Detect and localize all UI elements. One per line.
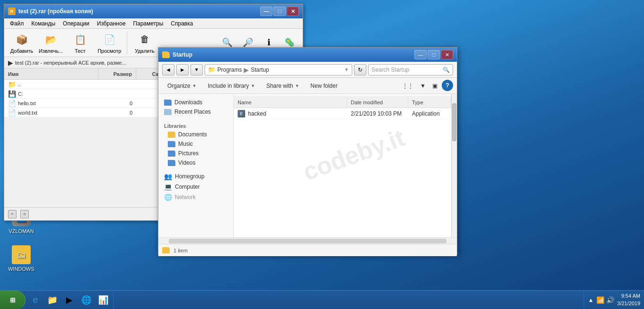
rar-tool-add[interactable]: 📦 Добавить (8, 30, 35, 56)
view-dropdown[interactable]: ▼ (418, 80, 428, 92)
explorer-sidebar: Downloads Recent Places Libraries Docume… (158, 94, 234, 237)
sidebar-item-downloads[interactable]: Downloads (158, 98, 233, 107)
rar-menu-favorites[interactable]: Избранное (93, 19, 130, 28)
include-in-library-button[interactable]: Include in library ▼ (203, 80, 260, 92)
downloads-folder-icon (164, 100, 172, 106)
rar-col-name-header[interactable]: Имя (4, 68, 99, 79)
recent-folder-icon (164, 109, 172, 115)
toolbar-separator (127, 32, 127, 54)
explorer-maximize-button[interactable]: □ (428, 50, 440, 59)
sidebar-item-recent-places[interactable]: Recent Places (158, 107, 233, 117)
rar-tool-test[interactable]: 📋 Тест (66, 30, 94, 56)
explorer-content: Downloads Recent Places Libraries Docume… (158, 94, 457, 237)
search-icon: 🔍 (443, 67, 450, 73)
share-with-button[interactable]: Share with ▼ (261, 80, 305, 92)
taskbar-tasks (114, 291, 584, 309)
help-button[interactable]: ? (442, 80, 453, 91)
refresh-button[interactable]: ↻ (354, 64, 366, 75)
rar-test-icon: 📋 (73, 32, 88, 47)
rar-title-text: test (2).rar (пробная копия) (18, 8, 260, 15)
file-item-hacked[interactable]: E hacked 2/21/2019 10:03 PM Application (234, 108, 451, 119)
rar-tool-view[interactable]: 📄 Просмотр (96, 30, 123, 56)
explorer-hscrollbar[interactable] (158, 237, 457, 244)
hscroll-thumb[interactable] (169, 239, 446, 243)
rar-delete-icon: 🗑 (137, 32, 152, 47)
col-type-header[interactable]: Type (408, 97, 451, 108)
path-dropdown[interactable]: ▼ (344, 67, 349, 72)
explorer-main: Name Date modified Type E hacked 2/21/20… (234, 94, 451, 237)
file-list: E hacked 2/21/2019 10:03 PM Application (234, 108, 451, 119)
taskbar-ie-icon[interactable]: e (27, 292, 43, 308)
explorer-close-button[interactable]: ✕ (441, 50, 453, 59)
rar-titlebar[interactable]: R test (2).rar (пробная копия) — □ ✕ (4, 4, 303, 18)
sidebar-item-music[interactable]: Music (158, 139, 233, 149)
taskbar-media-icon[interactable]: ▶ (61, 292, 77, 308)
rar-menu-params[interactable]: Параметры (129, 19, 167, 28)
rar-minimize-button[interactable]: — (260, 7, 272, 16)
rar-maximize-button[interactable]: □ (273, 7, 286, 16)
include-arrow-icon: ▼ (251, 84, 255, 88)
up-button[interactable]: ▼ (190, 64, 203, 75)
sidebar-item-homegroup[interactable]: 👥 Homegroup (158, 171, 233, 182)
taskbar-chrome-icon[interactable]: 🌐 (78, 292, 94, 308)
rar-close-button[interactable]: ✕ (287, 7, 299, 16)
explorer-titlebar[interactable]: Startup — □ ✕ (158, 48, 457, 62)
rar-tool-extract[interactable]: 📂 Извлечь... (37, 30, 65, 56)
computer-icon: 💻 (164, 183, 172, 191)
rar-menubar: Файл Команды Операции Избранное Параметр… (4, 18, 303, 29)
sidebar-item-computer[interactable]: 💻 Computer (158, 182, 233, 192)
desktop-icon-windows[interactable]: 🗂 WINDOWS (5, 245, 38, 272)
rar-tool-delete[interactable]: 🗑 Удалить (131, 30, 158, 56)
rar-menu-commands[interactable]: Команды (28, 19, 59, 28)
explorer-scrollbar[interactable] (451, 94, 457, 237)
organize-button[interactable]: Organize ▼ (162, 80, 202, 92)
sidebar-spacer2 (158, 167, 233, 171)
preview-pane-button[interactable]: ▣ (429, 80, 441, 92)
network-icon: 🌐 (164, 193, 172, 201)
hacked-file-icon: E (238, 110, 245, 117)
view-button[interactable]: ⋮⋮ (399, 80, 417, 92)
pictures-folder-icon (168, 150, 175, 157)
new-folder-button[interactable]: New folder (305, 80, 343, 92)
rar-status-btn2[interactable]: ○ (20, 210, 29, 218)
taskbar-tray: ▲ 📶 🔊 9:54 AM 3/21/2019 (584, 291, 644, 309)
rar-view-icon: 📄 (102, 32, 117, 47)
explorer-minimize-button[interactable]: — (414, 50, 427, 59)
documents-folder-icon (168, 132, 175, 138)
address-path-bar[interactable]: 📁 Programs ▶ Startup ▼ (205, 64, 352, 75)
rar-menu-operations[interactable]: Операции (59, 19, 93, 28)
path-folder-icon: 📁 (208, 66, 215, 73)
rar-breadcrumb-arrow: ▶ (8, 59, 13, 67)
taskbar: ⊞ e 📁 ▶ 🌐 📊 ▲ 📶 🔊 9:54 AM 3/21/2019 (0, 290, 644, 309)
rar-add-icon: 📦 (14, 32, 29, 47)
back-button[interactable]: ◄ (162, 64, 174, 75)
rar-status-btn1[interactable]: − (8, 210, 17, 218)
tray-clock[interactable]: 9:54 AM 3/21/2019 (617, 292, 640, 307)
sidebar-item-network[interactable]: 🌐 Network (158, 192, 233, 202)
tray-volume-icon[interactable]: 🔊 (606, 296, 614, 304)
tray-show-hidden[interactable]: ▲ (588, 297, 594, 303)
status-folder-icon (162, 247, 170, 253)
tray-icons: 📶 🔊 (596, 296, 614, 304)
search-box[interactable]: Search Startup 🔍 (368, 64, 453, 75)
col-name-header[interactable]: Name (234, 97, 347, 108)
organize-arrow-icon: ▼ (192, 84, 197, 88)
col-date-header[interactable]: Date modified (347, 97, 408, 108)
tray-network-icon[interactable]: 📶 (596, 296, 604, 304)
scrollbar-thumb[interactable] (452, 103, 456, 141)
sidebar-item-documents[interactable]: Documents (158, 130, 233, 139)
explorer-window: Startup — □ ✕ ◄ ► ▼ 📁 Programs ▶ Startup… (158, 47, 457, 255)
sidebar-libraries-header: Libraries (158, 120, 233, 130)
taskbar-explorer-icon[interactable]: 📁 (44, 292, 60, 308)
rar-menu-help[interactable]: Справка (167, 19, 197, 28)
forward-button[interactable]: ► (176, 64, 189, 75)
sidebar-item-videos[interactable]: Videos (158, 158, 233, 167)
explorer-title-text: Startup (173, 51, 414, 58)
rar-menu-file[interactable]: Файл (6, 19, 28, 28)
rar-col-size-header[interactable]: Размер (99, 68, 136, 79)
sidebar-item-pictures[interactable]: Pictures (158, 149, 233, 158)
explorer-toolbar: Organize ▼ Include in library ▼ Share wi… (158, 78, 457, 94)
explorer-addressbar: ◄ ► ▼ 📁 Programs ▶ Startup ▼ ↻ Search St… (158, 62, 457, 78)
start-button[interactable]: ⊞ (0, 291, 25, 309)
taskbar-extra-icon[interactable]: 📊 (95, 292, 111, 308)
